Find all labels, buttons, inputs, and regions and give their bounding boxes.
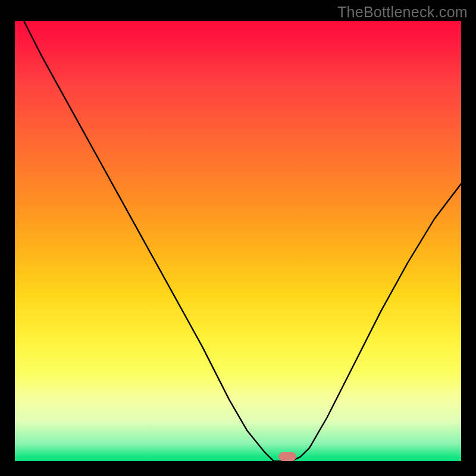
chart-frame: TheBottleneck.com bbox=[0, 0, 476, 476]
bottleneck-curve bbox=[15, 21, 461, 461]
watermark-text: TheBottleneck.com bbox=[337, 4, 468, 21]
optimum-marker bbox=[278, 452, 296, 461]
plot-area bbox=[15, 21, 461, 461]
curve-path bbox=[24, 21, 461, 461]
